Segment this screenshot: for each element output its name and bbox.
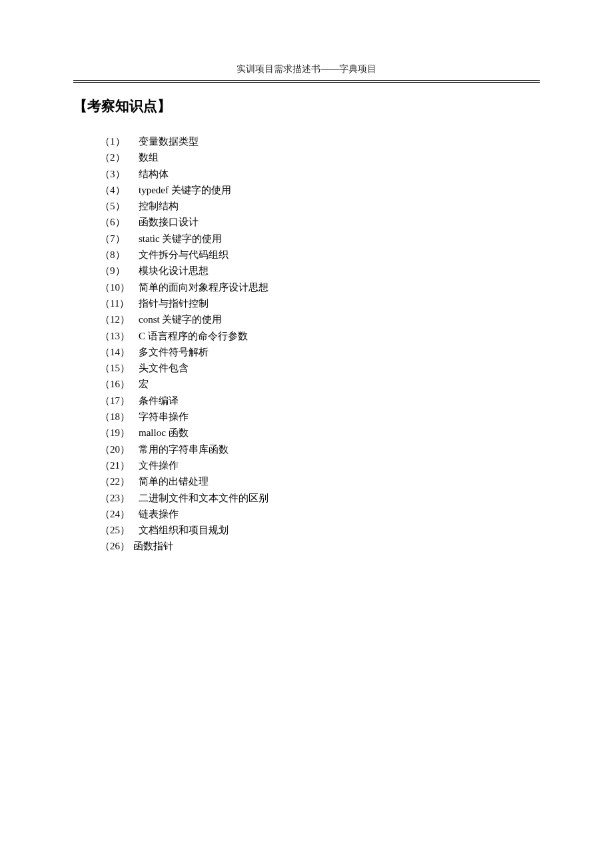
list-text: const 关键字的使用 xyxy=(139,311,540,327)
list-num: （26） xyxy=(100,538,133,554)
header-title: 实训项目需求描述书——字典项目 xyxy=(237,64,376,74)
page-header: 实训项目需求描述书——字典项目 xyxy=(0,63,613,75)
list-item: （12） const 关键字的使用 xyxy=(100,311,540,327)
list-item: （18） 字符串操作 xyxy=(100,409,540,425)
list-num: （25） xyxy=(100,522,139,538)
list-item: （17） 条件编译 xyxy=(100,393,540,409)
list-item: （13） C 语言程序的命令行参数 xyxy=(100,328,540,344)
list-text: 宏 xyxy=(139,376,540,392)
list-item: （2） 数组 xyxy=(100,149,540,165)
list-num: （23） xyxy=(100,490,139,506)
list-item: （3） 结构体 xyxy=(100,166,540,182)
list-text: 模块化设计思想 xyxy=(139,263,540,279)
list-num: （2） xyxy=(100,149,139,165)
list-item: （11） 指针与指针控制 xyxy=(100,295,540,311)
list-num: （8） xyxy=(100,247,139,263)
list-item: （9） 模块化设计思想 xyxy=(100,263,540,279)
list-num: （3） xyxy=(100,166,139,182)
list-item: （24） 链表操作 xyxy=(100,506,540,522)
list-text: 数组 xyxy=(139,149,540,165)
list-item: （5） 控制结构 xyxy=(100,198,540,214)
list-item: （15） 头文件包含 xyxy=(100,360,540,376)
list-num: （21） xyxy=(100,457,139,473)
list-text: typedef 关键字的使用 xyxy=(139,182,540,198)
list-num: （1） xyxy=(100,133,139,149)
list-num: （7） xyxy=(100,231,139,247)
list-num: （9） xyxy=(100,263,139,279)
list-item: （14） 多文件符号解析 xyxy=(100,344,540,360)
list-text: 常用的字符串库函数 xyxy=(139,441,540,457)
list-text: 二进制文件和文本文件的区别 xyxy=(139,490,540,506)
list-num: （11） xyxy=(100,295,139,311)
list-item: （21） 文件操作 xyxy=(100,457,540,473)
list-num: （20） xyxy=(100,441,139,457)
list-text: malloc 函数 xyxy=(139,425,540,441)
list-item: （10） 简单的面向对象程序设计思想 xyxy=(100,279,540,295)
list-text: 简单的面向对象程序设计思想 xyxy=(139,279,540,295)
list-num: （13） xyxy=(100,328,139,344)
list-num: （17） xyxy=(100,393,139,409)
list-item: （4） typedef 关键字的使用 xyxy=(100,182,540,198)
list-item: （26） 函数指针 xyxy=(100,538,540,554)
list-text: 链表操作 xyxy=(139,506,540,522)
list-num: （4） xyxy=(100,182,139,198)
knowledge-list: （1） 变量数据类型 （2） 数组 （3） 结构体 （4） typedef 关键… xyxy=(100,133,540,555)
list-item: （8） 文件拆分与代码组织 xyxy=(100,247,540,263)
list-item: （23） 二进制文件和文本文件的区别 xyxy=(100,490,540,506)
list-num: （6） xyxy=(100,214,139,230)
list-text: 控制结构 xyxy=(139,198,540,214)
list-item: （16） 宏 xyxy=(100,376,540,392)
list-text: 结构体 xyxy=(139,166,540,182)
list-text: 文件操作 xyxy=(139,457,540,473)
list-num: （12） xyxy=(100,311,139,327)
list-text: 头文件包含 xyxy=(139,360,540,376)
list-text: static 关键字的使用 xyxy=(139,231,540,247)
list-text: 字符串操作 xyxy=(139,409,540,425)
list-num: （14） xyxy=(100,344,139,360)
list-num: （18） xyxy=(100,409,139,425)
header-divider xyxy=(73,80,540,83)
list-text: C 语言程序的命令行参数 xyxy=(139,328,540,344)
list-text: 函数指针 xyxy=(133,538,540,554)
list-item: （22） 简单的出错处理 xyxy=(100,473,540,489)
list-text: 函数接口设计 xyxy=(139,214,540,230)
list-text: 指针与指针控制 xyxy=(139,295,540,311)
list-item: （6） 函数接口设计 xyxy=(100,214,540,230)
list-num: （5） xyxy=(100,198,139,214)
list-item: （25） 文档组织和项目规划 xyxy=(100,522,540,538)
list-num: （15） xyxy=(100,360,139,376)
list-item: （1） 变量数据类型 xyxy=(100,133,540,149)
list-num: （16） xyxy=(100,376,139,392)
list-item: （7） static 关键字的使用 xyxy=(100,231,540,247)
list-num: （10） xyxy=(100,279,139,295)
list-item: （20） 常用的字符串库函数 xyxy=(100,441,540,457)
section-title: 【考察知识点】 xyxy=(73,97,171,115)
list-text: 简单的出错处理 xyxy=(139,473,540,489)
list-text: 多文件符号解析 xyxy=(139,344,540,360)
list-num: （24） xyxy=(100,506,139,522)
list-num: （22） xyxy=(100,473,139,489)
list-text: 变量数据类型 xyxy=(139,133,540,149)
list-num: （19） xyxy=(100,425,139,441)
list-text: 条件编译 xyxy=(139,393,540,409)
list-text: 文件拆分与代码组织 xyxy=(139,247,540,263)
list-item: （19） malloc 函数 xyxy=(100,425,540,441)
list-text: 文档组织和项目规划 xyxy=(139,522,540,538)
